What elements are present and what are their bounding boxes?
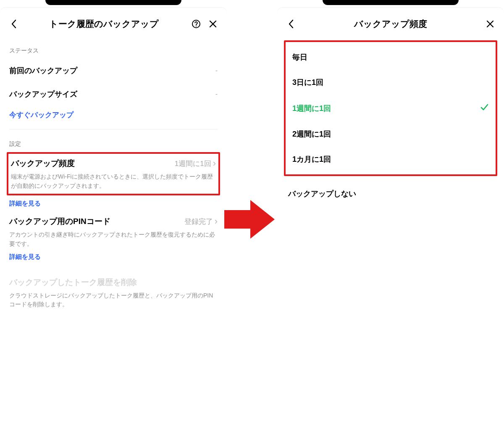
frequency-options-list: 毎日 3日に1回 1週間に1回 2週間に1回 1カ月に1回 — [284, 40, 497, 176]
help-button[interactable] — [190, 18, 202, 30]
backup-pin-value: 登録完了 › — [184, 216, 218, 227]
backup-size-value: - — [215, 90, 218, 98]
header-bar: トーク履歴のバックアップ — [0, 13, 227, 36]
option-label: バックアップしない — [288, 190, 356, 198]
svg-point-1 — [196, 26, 197, 26]
chevron-right-icon: › — [213, 158, 216, 169]
page-title: トーク履歴のバックアップ — [20, 18, 187, 30]
back-button[interactable] — [285, 18, 297, 30]
option-label: 1カ月に1回 — [292, 154, 331, 164]
pin-see-more-link[interactable]: 詳細を見る — [9, 253, 218, 261]
frequency-option-3days[interactable]: 3日に1回 — [290, 70, 491, 95]
backup-size-label: バックアップサイズ — [9, 89, 77, 99]
close-icon — [486, 20, 494, 28]
backup-pin-setting[interactable]: バックアップ用のPINコード 登録完了 › アカウントの引き継ぎ時にバックアップ… — [9, 216, 218, 248]
flow-arrow-icon — [224, 200, 275, 239]
backup-frequency-setting[interactable]: バックアップ頻度 1週間に1回 › 端末が電源およびWi-Fiに接続されていると… — [7, 152, 220, 195]
frequency-option-daily[interactable]: 毎日 — [290, 45, 491, 70]
last-backup-row: 前回のバックアップ - — [9, 59, 218, 82]
option-label: 毎日 — [292, 52, 307, 62]
back-button[interactable] — [8, 18, 20, 30]
option-label: 2週間に1回 — [292, 129, 331, 139]
delete-backup-desc: クラウドストレージにバックアップしたトーク履歴と、バックアップ用のPINコードを… — [9, 291, 218, 309]
option-label: 1週間に1回 — [292, 103, 331, 113]
page-title: バックアップ頻度 — [297, 18, 484, 30]
last-backup-value: - — [215, 67, 218, 74]
header-bar: バックアップ頻度 — [277, 13, 504, 36]
sheet-top-curve — [0, 8, 227, 13]
delete-backup-setting: バックアップしたトーク履歴を削除 クラウドストレージにバックアップしたトーク履歴… — [9, 277, 218, 309]
frequency-option-none[interactable]: バックアップしない — [277, 181, 504, 206]
chevron-right-icon: › — [215, 216, 218, 227]
option-label: 3日に1回 — [292, 77, 323, 87]
svg-marker-4 — [224, 200, 275, 239]
backup-now-button[interactable]: 今すぐバックアップ — [9, 106, 218, 129]
frequency-see-more-link[interactable]: 詳細を見る — [9, 200, 218, 208]
backup-frequency-title: バックアップ頻度 — [11, 158, 75, 169]
sheet-top-curve — [277, 8, 504, 13]
device-notch — [323, 0, 459, 5]
check-icon — [480, 103, 489, 114]
frequency-option-weekly[interactable]: 1週間に1回 — [290, 95, 491, 121]
section-divider — [9, 129, 218, 129]
status-section-label: ステータス — [9, 47, 218, 55]
backup-frequency-value: 1週間に1回 › — [175, 158, 216, 169]
settings-section-label: 設定 — [9, 140, 218, 148]
backup-size-row: バックアップサイズ - — [9, 82, 218, 106]
help-icon — [192, 19, 201, 29]
delete-backup-title: バックアップしたトーク履歴を削除 — [9, 277, 218, 288]
frequency-option-2weeks[interactable]: 2週間に1回 — [290, 121, 491, 147]
chevron-left-icon — [10, 19, 17, 29]
chevron-left-icon — [288, 19, 294, 29]
backup-pin-value-text: 登録完了 — [184, 217, 213, 226]
close-button[interactable] — [484, 18, 496, 30]
frequency-option-monthly[interactable]: 1カ月に1回 — [290, 147, 491, 172]
close-button[interactable] — [207, 18, 219, 30]
backup-pin-desc: アカウントの引き継ぎ時にバックアップされたトーク履歴を復元するために必要です。 — [9, 230, 218, 248]
close-icon — [209, 20, 217, 28]
screen-backup-settings: トーク履歴のバックアップ ステータス 前回のバックアップ - バックアップサイズ… — [0, 0, 227, 445]
backup-frequency-value-text: 1週間に1回 — [175, 159, 211, 169]
backup-frequency-desc: 端末が電源およびWi-Fiに接続されているときに、選択した頻度でトーク履歴が自動… — [11, 172, 216, 190]
backup-pin-title: バックアップ用のPINコード — [9, 216, 110, 227]
device-notch — [45, 0, 181, 5]
last-backup-label: 前回のバックアップ — [9, 66, 77, 76]
screen-backup-frequency: バックアップ頻度 毎日 3日に1回 1週間に1回 2週間に1回 1カ — [277, 0, 504, 445]
